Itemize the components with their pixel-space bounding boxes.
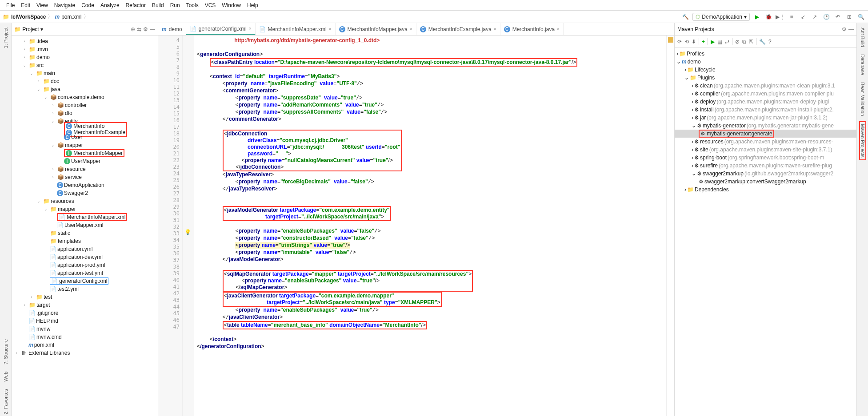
tree-item[interactable]: compiler — [700, 91, 720, 97]
menu-refactor[interactable]: Refactor — [123, 1, 148, 9]
project-tree[interactable]: ›📁.idea ›📁.mvn ›📁demo ⌄📁src ⌄📁main ›📁doc… — [12, 36, 158, 416]
tree-item[interactable]: HELP.md — [36, 318, 58, 324]
tree-item[interactable]: clean — [700, 83, 713, 89]
vcs-commit-icon[interactable]: ↗ — [810, 12, 819, 21]
tree-item[interactable]: User — [71, 134, 82, 140]
tree-item[interactable]: application-test.yml — [57, 270, 103, 276]
skip-tests-icon[interactable]: ⊘ — [735, 39, 740, 45]
tree-item[interactable]: main — [44, 70, 55, 76]
build-icon[interactable]: 🔨 — [681, 12, 690, 21]
settings-icon[interactable]: 🔧 — [759, 39, 766, 45]
reimport-icon[interactable]: ⟳ — [677, 39, 682, 45]
tree-item[interactable]: application-dev.yml — [57, 254, 103, 260]
coverage-icon[interactable]: ▶⋮ — [776, 12, 784, 21]
tree-item[interactable]: doc — [51, 78, 59, 84]
structure-icon[interactable]: ⊞ — [845, 12, 854, 21]
close-icon[interactable]: × — [410, 27, 412, 32]
tab-ant[interactable]: Ant Build — [860, 26, 865, 49]
tab-web[interactable]: Web — [3, 370, 8, 383]
fold-gutter[interactable]: 💡 — [183, 36, 194, 416]
tree-item[interactable]: resource — [65, 166, 86, 172]
tree-item[interactable]: UserMapper — [71, 158, 100, 164]
show-deps-icon[interactable]: ⧉ — [742, 39, 746, 45]
tree-item[interactable]: mapper — [65, 142, 83, 148]
tree-item[interactable]: static — [58, 230, 70, 236]
tree-item[interactable]: test2.yml — [57, 286, 79, 292]
tree-item[interactable]: resources — [51, 198, 74, 204]
tree-item[interactable]: swagger2markup — [703, 170, 744, 177]
editor-tab[interactable]: 📄MerchantInfoMapper.xml× — [256, 23, 336, 35]
menu-window[interactable]: Window — [219, 1, 244, 9]
close-icon[interactable]: × — [329, 27, 332, 32]
menu-run[interactable]: Run — [168, 1, 183, 9]
error-stripe[interactable] — [666, 36, 674, 416]
tree-item[interactable]: application.yml — [57, 246, 92, 252]
menu-analyze[interactable]: Analyze — [98, 1, 122, 9]
tree-item[interactable]: generatorConfig.xml — [59, 278, 107, 284]
tree-item[interactable]: test — [44, 294, 52, 300]
run-icon[interactable]: ▶ — [711, 39, 715, 45]
tree-item[interactable]: mapper — [58, 206, 76, 212]
tree-item[interactable]: DemoApplication — [64, 182, 104, 188]
gear-icon[interactable]: ⚙ — [143, 26, 148, 32]
toggle-offline-icon[interactable]: ⇄ — [725, 39, 729, 45]
project-view-combo[interactable]: 📁 Project ▾ — [14, 26, 43, 32]
tree-item[interactable]: Profiles — [687, 51, 704, 57]
editor-tab[interactable]: CMerchantInfoMapper.java× — [336, 23, 416, 35]
close-icon[interactable]: × — [249, 26, 252, 31]
bulb-icon[interactable]: 💡 — [184, 229, 191, 235]
locate-icon[interactable]: ⊕ — [131, 26, 135, 32]
gear-icon[interactable]: ⚙ — [842, 26, 847, 32]
tab-project[interactable]: 1: Project — [3, 26, 8, 50]
hide-icon[interactable]: — — [150, 26, 155, 32]
history-icon[interactable]: 🕒 — [822, 12, 831, 21]
generate-icon[interactable]: ⟲ — [684, 39, 689, 45]
tab-structure[interactable]: 7: Structure — [3, 337, 8, 366]
tab-maven[interactable]: Maven Projects — [859, 121, 866, 160]
execute-icon[interactable]: ▤ — [717, 39, 722, 45]
tree-item[interactable]: resources — [700, 139, 724, 145]
tree-item[interactable]: Plugins — [697, 75, 715, 81]
tab-bean[interactable]: Bean Validation — [860, 80, 865, 118]
vcs-update-icon[interactable]: ↙ — [799, 12, 808, 21]
tab-favorites[interactable]: 2: Favorites — [3, 387, 8, 416]
debug-icon[interactable]: 🐞 — [764, 12, 773, 21]
code-editor[interactable]: http://mybatis.org/dtd/mybatis-generator… — [194, 36, 666, 416]
tab-database[interactable]: Database — [860, 52, 865, 77]
tree-item[interactable]: src — [36, 62, 44, 68]
close-icon[interactable]: × — [557, 27, 560, 32]
tree-item[interactable]: deploy — [700, 99, 716, 105]
menu-build[interactable]: Build — [149, 1, 167, 9]
tree-item[interactable]: application-prod.yml — [57, 262, 105, 268]
menu-vcs[interactable]: VCS — [202, 1, 219, 9]
add-icon[interactable]: + — [702, 39, 705, 45]
tree-item[interactable]: Lifecycle — [695, 67, 716, 73]
download-icon[interactable]: ⬇ — [692, 39, 696, 45]
tree-item[interactable]: pom.xml — [34, 342, 54, 348]
tree-item[interactable]: java — [51, 86, 60, 92]
tree-item[interactable]: mybatis-generator — [703, 123, 746, 129]
tree-item[interactable]: Dependencies — [695, 186, 729, 193]
tree-item[interactable]: install — [700, 107, 714, 113]
tree-item[interactable]: mvnw — [36, 326, 50, 332]
menu-code[interactable]: Code — [79, 1, 97, 9]
menu-edit[interactable]: Edit — [18, 1, 33, 9]
breadcrumb-file[interactable]: pom.xml — [61, 14, 81, 20]
tree-item[interactable]: site — [700, 147, 708, 153]
hide-icon[interactable]: — — [848, 26, 854, 32]
tree-item[interactable]: External Libraries — [28, 350, 70, 356]
tree-item[interactable]: demo — [36, 54, 50, 60]
tree-item[interactable]: demo — [688, 59, 701, 65]
tree-item[interactable]: spring-boot — [700, 155, 727, 161]
close-icon[interactable]: × — [494, 27, 496, 32]
tree-item[interactable]: service — [65, 174, 82, 180]
warning-mark[interactable] — [668, 37, 673, 43]
tree-item[interactable]: MerchantInfo — [73, 123, 104, 129]
breadcrumb-root[interactable]: lclWorkSpace — [11, 14, 46, 20]
tree-item[interactable]: MerchantInfoMapper — [73, 150, 123, 156]
tree-item[interactable]: Swagger2 — [64, 190, 88, 196]
run-config-combo[interactable]: ⬡ DemoApplication ▾ — [692, 13, 750, 21]
menu-navigate[interactable]: Navigate — [52, 1, 78, 9]
tree-item[interactable]: jar — [700, 115, 706, 121]
editor-tab[interactable]: mdemo — [158, 23, 186, 35]
